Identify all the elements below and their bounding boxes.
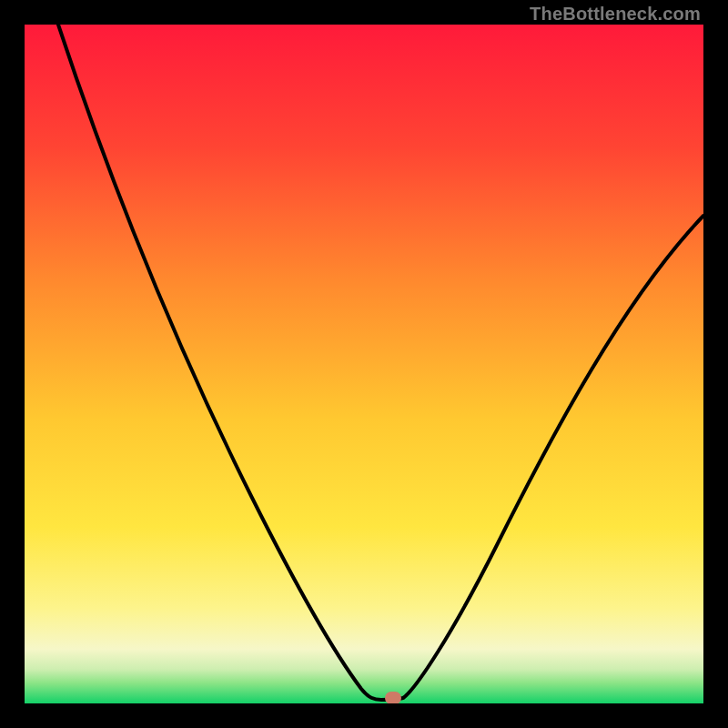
plot-area	[25, 25, 703, 703]
bottleneck-curve	[25, 25, 703, 703]
curve-path	[58, 25, 703, 700]
optimal-point-marker	[385, 692, 401, 703]
watermark-text: TheBottleneck.com	[530, 4, 701, 25]
chart-frame: TheBottleneck.com	[0, 0, 728, 728]
